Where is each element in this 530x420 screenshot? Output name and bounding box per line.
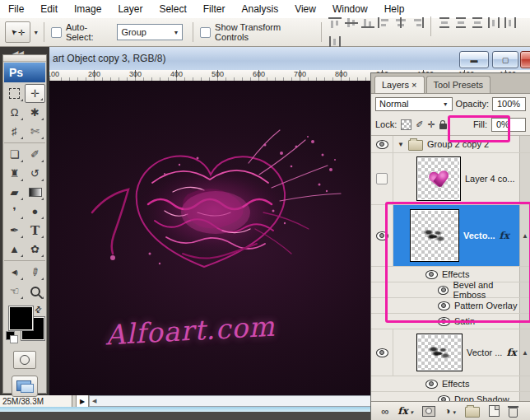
group-row[interactable]: ▼ Group 2 copy 2 [371,136,530,153]
effect-name[interactable]: Satin [454,316,475,326]
layer-style-fx-icon[interactable]: fx [506,347,516,358]
visibility-eye-icon[interactable] [438,301,450,310]
align-right-edges-icon[interactable] [411,17,424,28]
selected-layer-row[interactable]: Vecto... fx ▲ [371,205,530,267]
visibility-eye-icon[interactable] [376,348,388,357]
path-selection-tool[interactable]: ▲ [4,240,25,259]
collapse-effects-icon[interactable]: ▲ [522,232,528,240]
visibility-eye-icon[interactable] [376,231,388,240]
swap-colors-icon[interactable]: ⇄ [32,304,44,315]
new-group-icon[interactable] [465,407,480,418]
menu-image[interactable]: Image [66,3,109,15]
gradient-tool[interactable] [25,183,45,202]
fill-input[interactable]: 0% [491,118,526,132]
visibility-eye-icon[interactable] [438,395,450,402]
rectangular-marquee-tool[interactable] [4,84,25,103]
distribute-bottom-edges-icon[interactable] [471,17,484,28]
screen-mode-button[interactable] [12,376,38,397]
layer4-row[interactable]: Layer 4 co... [371,153,530,205]
pen-tool[interactable]: ✒ [4,221,25,240]
lock-all-icon[interactable] [439,124,447,129]
effects-header-row[interactable]: Effects [371,376,530,392]
effect-row[interactable]: Drop Shadow [371,392,530,401]
menu-window[interactable]: Window [324,3,376,15]
visibility-eye-icon[interactable] [425,270,438,279]
distribute-vertical-centers-icon[interactable] [454,17,467,28]
align-bottom-edges-icon[interactable] [361,17,374,28]
link-layers-icon[interactable]: ∞ [381,405,388,418]
layer-name[interactable]: Vecto... [463,231,495,240]
blend-mode-dropdown[interactable]: Normal ▼ [375,97,453,111]
layer-name[interactable]: Vector ... [467,348,502,357]
menu-view[interactable]: View [286,3,324,15]
audio-annotation-tool[interactable]: ◀) [4,263,25,282]
visibility-eye-icon[interactable] [425,380,438,389]
eyedropper-tool[interactable]: ✏ [25,263,45,282]
menu-help[interactable]: Help [376,3,413,15]
collapse-effects-icon[interactable]: ▲ [522,349,528,357]
align-top-edges-icon[interactable] [328,17,342,28]
align-horizontal-centers-icon[interactable] [394,17,407,28]
palette-grip[interactable] [3,55,46,62]
add-layer-mask-icon[interactable] [422,406,435,417]
auto-select-checkbox[interactable] [51,27,62,38]
visibility-off-well[interactable] [376,173,388,184]
maximize-button[interactable]: ▢ [492,51,518,68]
visibility-eye-icon[interactable] [376,140,388,149]
show-transform-checkbox[interactable] [200,27,211,38]
type-tool[interactable]: T [25,221,45,240]
default-colors-icon[interactable] [6,331,15,340]
tool-preset-dropdown-icon[interactable]: ▼ [33,30,39,35]
crop-tool[interactable]: ♯ [4,122,25,141]
layer-style-fx-icon[interactable]: fx [500,230,509,241]
add-layer-style-icon[interactable]: fx▾ [398,405,413,417]
distribute-horizontal-centers-icon[interactable] [504,17,517,28]
effects-header[interactable]: Effects [442,269,469,279]
effect-row[interactable]: Bevel and Emboss [371,282,530,298]
lock-position-icon[interactable]: ✛ [428,119,435,130]
move-tool-icon[interactable]: ➤ ✛ [5,21,30,43]
menu-analysis[interactable]: Analysis [233,3,286,15]
effect-name[interactable]: Bevel and Emboss [453,280,519,300]
group-name[interactable]: Group 2 copy 2 [427,139,489,149]
tab-layers[interactable]: Layers × [374,76,425,93]
expand-triangle-icon[interactable]: ▼ [398,141,404,148]
new-layer-icon[interactable] [489,405,500,417]
vector-layer-row[interactable]: Vector ... fx ▲ [371,329,530,376]
history-brush-tool[interactable]: ↺ [25,164,45,183]
menu-file[interactable]: File [0,3,32,15]
hand-tool[interactable]: ☜ [4,282,25,301]
effect-row[interactable]: Satin [371,314,530,329]
foreground-color-swatch[interactable] [9,306,33,330]
visibility-eye-icon[interactable] [438,286,449,295]
status-menu-button[interactable]: ▶ [76,395,89,407]
distribute-right-edges-icon[interactable] [328,36,342,47]
align-left-edges-icon[interactable] [378,17,391,28]
auto-select-group-dropdown[interactable]: Group ▼ [117,24,183,40]
opacity-input[interactable]: 100% [492,97,526,111]
quick-mask-button[interactable] [13,351,36,369]
scroll-left-icon[interactable]: ◀ [90,398,96,404]
effect-row[interactable]: Pattern Overlay [371,298,530,314]
tab-tool-presets[interactable]: Tool Presets [426,76,491,93]
brush-tool[interactable]: ✐ [25,145,45,164]
visibility-eye-icon[interactable] [438,317,450,326]
custom-shape-tool[interactable]: ✿ [25,240,45,259]
new-adjustment-layer-icon[interactable]: ◑▾ [444,405,456,417]
layer-thumbnail[interactable] [416,156,461,201]
close-button[interactable]: ✕ [520,51,530,68]
layer-name[interactable]: Layer 4 co... [465,174,515,184]
menu-select[interactable]: Select [151,3,194,15]
minimize-button[interactable]: ▬ [459,51,489,68]
lock-transparency-icon[interactable] [401,119,411,130]
delete-layer-icon[interactable] [509,408,518,418]
healing-brush-tool[interactable]: ❏ [4,145,25,164]
menu-filter[interactable]: Filter [195,3,234,15]
align-vertical-centers-icon[interactable] [345,17,358,28]
dodge-tool[interactable]: ● [25,202,45,221]
layer-thumbnail[interactable] [416,334,463,371]
horizontal-scrollbar[interactable]: ◀ [89,395,372,407]
effects-header[interactable]: Effects [442,379,469,389]
magic-wand-tool[interactable]: ✱ [25,103,45,122]
lock-pixels-icon[interactable]: ✐ [416,119,423,130]
